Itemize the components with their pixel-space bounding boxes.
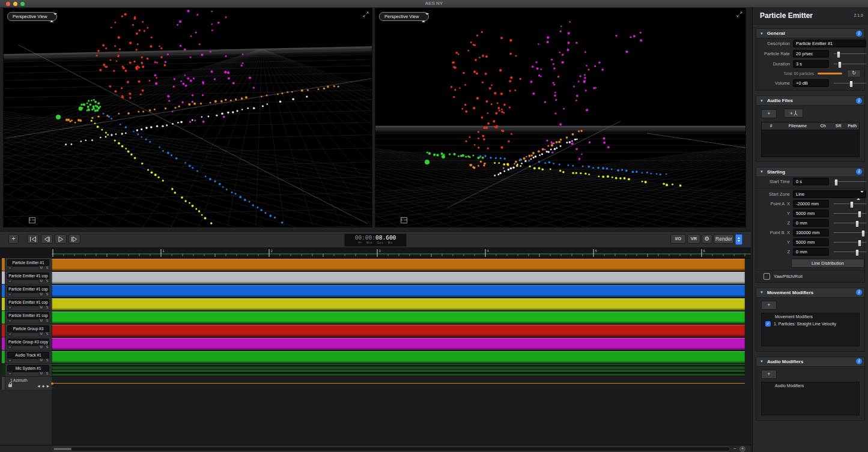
track-add-button[interactable]: + <box>7 319 13 323</box>
vr-button[interactable]: VR <box>687 234 700 244</box>
track-mute-button[interactable]: M <box>38 372 44 376</box>
track-row[interactable]: Mic System #1+MS <box>0 364 751 376</box>
slider-thumb[interactable] <box>858 211 862 218</box>
track-clip-bar[interactable] <box>52 364 745 376</box>
track-add-button[interactable]: + <box>7 372 13 376</box>
track-mute-button[interactable]: M <box>38 345 44 349</box>
track-add-button[interactable]: + <box>7 279 13 283</box>
track-header[interactable]: Audio Track #1+MS <box>5 351 52 363</box>
track-clip-bar[interactable] <box>52 312 745 324</box>
viewport-left[interactable]: Perspective View 5 m <box>4 8 372 227</box>
track-name[interactable]: Particle Group #3 <box>7 325 49 333</box>
volume-slider[interactable] <box>834 80 866 86</box>
duration-slider[interactable] <box>834 61 866 67</box>
starting-row-slider[interactable] <box>834 220 866 226</box>
zoom-in-button[interactable]: + <box>739 446 745 452</box>
track-mute-button[interactable]: M <box>38 332 44 336</box>
track-header[interactable]: Particle Emitter #1 cop+MS <box>5 271 52 284</box>
track-clip-bar[interactable] <box>52 351 745 363</box>
track-solo-button[interactable]: S <box>44 372 50 376</box>
section-audio-files-header[interactable]: ▼ Audio Files i <box>756 96 864 106</box>
track-header[interactable]: Mic System #1+MS <box>5 364 52 376</box>
slider-thumb[interactable] <box>855 249 859 256</box>
disclosure-triangle-icon[interactable]: ▼ <box>760 291 763 294</box>
io-button[interactable]: I/O <box>670 234 686 244</box>
line-distribution-button[interactable]: Line Distribution <box>791 259 864 268</box>
skip-to-start-button[interactable] <box>27 234 39 244</box>
track-header[interactable]: Particle Emitter #1 cop+MS <box>5 298 52 310</box>
add-audio-file-mic-button[interactable]: + <box>784 109 803 118</box>
track-header[interactable]: Particle Group #3+MS <box>5 324 52 337</box>
slider-thumb[interactable] <box>834 179 839 186</box>
track-mute-button[interactable]: M <box>38 266 44 270</box>
add-audio-file-button[interactable]: + <box>761 109 777 118</box>
track-mute-button[interactable]: M <box>38 358 44 363</box>
track-mute-button[interactable]: M <box>38 292 44 297</box>
disclosure-triangle-icon[interactable]: ▼ <box>760 32 763 35</box>
section-general-header[interactable]: ▼ General i <box>756 29 864 38</box>
track-header[interactable]: Particle Emitter #1+MS <box>5 258 52 271</box>
expand-viewport-icon[interactable] <box>363 11 369 17</box>
track-mute-button[interactable]: M <box>38 279 44 283</box>
track-add-button[interactable]: + <box>7 345 13 349</box>
track-solo-button[interactable]: S <box>44 279 50 283</box>
track-row[interactable]: Particle Emitter #1 cop+MS <box>0 285 751 297</box>
track-name[interactable]: Particle Emitter #1 <box>7 259 49 267</box>
track-solo-button[interactable]: S <box>44 332 50 336</box>
track-name[interactable]: Audio Track #1 <box>7 352 49 359</box>
starting-row-slider[interactable] <box>834 210 866 217</box>
info-icon[interactable]: i <box>856 31 862 37</box>
audio-modifiers-list[interactable]: Audio Modifiers <box>761 382 860 415</box>
starting-row-slider[interactable] <box>834 249 866 255</box>
track-clip-bar[interactable] <box>52 325 745 337</box>
yaw-pitch-roll-checkbox[interactable] <box>763 273 770 280</box>
starting-row-input[interactable]: 5000 mm <box>793 209 829 217</box>
track-add-button[interactable]: + <box>7 358 13 363</box>
disclosure-triangle-icon[interactable]: ▼ <box>760 170 763 173</box>
description-input[interactable]: Particle Emitter #1 <box>793 40 866 47</box>
settings-gear-button[interactable]: ⚙ <box>702 234 712 244</box>
view-selector-right[interactable]: Perspective View <box>379 12 429 21</box>
track-clip-bar[interactable] <box>52 272 745 284</box>
zoom-out-button[interactable]: − <box>733 445 736 452</box>
track-add-button[interactable]: + <box>7 306 13 310</box>
track-solo-button[interactable]: S <box>44 358 50 363</box>
play-button[interactable] <box>55 234 67 244</box>
section-movement-modifiers-header[interactable]: ▼ Movement Modifiers i <box>756 288 864 298</box>
render-button[interactable]: Render <box>714 234 734 244</box>
movement-modifiers-list[interactable]: Movement Modifiers ✓1. Particles: Straig… <box>761 313 860 346</box>
track-header[interactable]: Particle Emitter #1 cop+MS <box>5 311 52 324</box>
lock-icon[interactable] <box>8 384 12 387</box>
track-row[interactable]: Particle Emitter #1 cop+MS <box>0 311 751 324</box>
slider-thumb[interactable] <box>837 61 842 68</box>
track-clip-bar[interactable] <box>52 285 745 297</box>
starting-row-slider[interactable] <box>834 229 866 236</box>
expand-viewport-icon[interactable] <box>736 11 742 17</box>
track-row[interactable]: Audio Track #1+MS <box>0 351 751 363</box>
track-name[interactable]: Particle Emitter #1 cop <box>7 286 49 293</box>
render-mode-stepper[interactable] <box>735 234 742 245</box>
automation-curve[interactable] <box>52 383 745 384</box>
section-audio-modifiers-header[interactable]: ▼ Audio Modifiers i <box>756 357 864 367</box>
slider-thumb[interactable] <box>861 230 865 237</box>
track-name[interactable]: Particle Emitter #1 cop <box>7 312 49 319</box>
slider-thumb[interactable] <box>849 80 854 88</box>
add-movement-modifier-button[interactable]: + <box>761 301 777 310</box>
particle-rate-input[interactable]: 20 p/sec <box>793 50 829 58</box>
slider-thumb[interactable] <box>855 220 859 228</box>
viewport-right[interactable]: Perspective View 5 m <box>375 8 745 227</box>
track-header[interactable]: Particle Group #3 copy+MS <box>5 337 52 350</box>
timecode-display[interactable]: 00:00:08.600 Hr Min Sec Ms <box>344 234 407 247</box>
audio-files-table-body[interactable] <box>762 130 859 157</box>
section-starting-header[interactable]: ▼ Starting i <box>756 167 864 177</box>
add-audio-modifier-button[interactable]: + <box>761 370 777 379</box>
slider-thumb[interactable] <box>849 201 854 208</box>
track-solo-button[interactable]: S <box>44 306 50 310</box>
timeline-ruler[interactable]: 123456 <box>0 247 751 259</box>
starting-row-slider[interactable] <box>834 200 866 207</box>
track-solo-button[interactable]: S <box>44 319 50 323</box>
info-icon[interactable]: i <box>856 169 862 175</box>
track-solo-button[interactable]: S <box>44 345 50 349</box>
track-row[interactable]: Particle Emitter #1+MS <box>0 258 751 271</box>
track-clip-bar[interactable] <box>52 259 745 271</box>
